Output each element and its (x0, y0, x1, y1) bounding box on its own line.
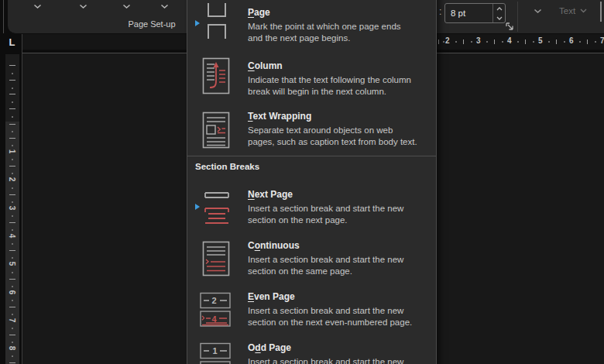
dialog-launcher-button[interactable] (505, 22, 515, 32)
text-dropdown[interactable]: Text (559, 4, 587, 18)
word-window: Page Set-up : 8 pt Text 234567 L 1234567… (0, 0, 604, 364)
ruler-tick (12, 131, 13, 132)
ruler-number: 2 (445, 36, 450, 45)
menu-item-next-page[interactable]: Next Page Insert a section break and sta… (189, 186, 434, 235)
ruler-tick (9, 80, 15, 81)
spinner-up-button[interactable] (493, 4, 505, 13)
ruler-tick (12, 286, 13, 287)
text-wrapping-icon (202, 112, 230, 149)
menu-item-odd-page[interactable]: 1 3 Odd Page Insert a section break and … (189, 339, 434, 364)
chevron-down-icon (580, 9, 587, 13)
menu-item-text-wrapping[interactable]: Text Wrapping Separate text around objec… (189, 105, 434, 155)
menu-item-even-page[interactable]: 2 4 Even Page Insert a section break and… (189, 288, 434, 338)
ruler-tick (9, 279, 15, 280)
menu-item-description: Mark the point at which one page ends an… (248, 21, 434, 44)
menu-item-title: Even Page (248, 290, 434, 304)
menu-item-page[interactable]: Page Mark the point at which one page en… (189, 2, 434, 51)
chevron-down-icon[interactable] (160, 4, 169, 9)
group-separator (517, 2, 518, 32)
ruler-number: 8 (8, 346, 16, 351)
menu-item-description: Indicate that the text following the col… (248, 74, 434, 98)
window-edge (3, 0, 4, 33)
ruler-tick (517, 41, 519, 43)
spinner-down-button[interactable] (493, 13, 505, 22)
ruler-number: 5 (538, 36, 543, 45)
menu-item-description: Insert a section break and start the new… (248, 356, 434, 364)
ruler-tick (12, 73, 13, 74)
ruler-tick (471, 41, 472, 43)
ruler-tick (455, 41, 457, 43)
spacing-value-input[interactable]: 8 pt (444, 3, 506, 23)
ribbon-group-label: Page Set-up (124, 19, 180, 29)
menu-item-title: Odd Page (248, 342, 434, 355)
menu-item-continuous[interactable]: Continuous Insert a section break and st… (189, 237, 434, 287)
ruler-tick (486, 41, 488, 43)
ruler-tick (12, 314, 13, 315)
ruler-number: 2 (8, 177, 16, 182)
page-left-edge (22, 34, 22, 364)
page-break-icon (202, 2, 232, 40)
svg-text:1: 1 (213, 346, 218, 355)
ruler-number: 6 (569, 36, 574, 45)
ruler-tick (12, 101, 13, 103)
ruler-number: 4 (8, 234, 16, 239)
insertion-point-arrow-icon (194, 203, 201, 211)
ruler-tick (9, 124, 15, 125)
ruler-tick (9, 138, 15, 139)
ruler-tick (533, 41, 534, 43)
ruler-tick (12, 145, 13, 146)
ruler-tick (556, 39, 557, 44)
ruler-tick (587, 39, 588, 44)
ruler-tick (12, 355, 13, 357)
partial-label-colon: : (439, 6, 441, 17)
menu-item-description: Insert a section break and start the new… (248, 254, 434, 277)
ruler-tick (12, 300, 13, 301)
ruler-tick (9, 307, 15, 307)
ruler-tick (9, 94, 15, 94)
svg-text:2: 2 (212, 296, 217, 305)
ruler-tick (595, 41, 596, 43)
cropped-control-edge (600, 2, 602, 22)
ruler-number: 3 (8, 205, 16, 210)
ruler-tick (9, 65, 15, 66)
ruler-tick (9, 362, 15, 363)
ruler-number: 6 (8, 290, 16, 294)
ruler-tick (12, 173, 13, 174)
ruler-tick (463, 39, 464, 44)
insertion-point-arrow-icon (194, 19, 201, 27)
menu-item-title: Page (248, 6, 434, 19)
odd-page-break-icon: 1 3 (199, 342, 232, 364)
ruler-tick (548, 41, 550, 43)
ruler-tick (9, 108, 15, 109)
ruler-tick (12, 229, 13, 231)
ruler-number: 3 (476, 36, 481, 45)
text-dropdown-label: Text (559, 6, 575, 15)
menu-item-description: Insert a section break and start the new… (248, 203, 434, 226)
ruler-tick (502, 41, 503, 43)
ruler-tick (494, 39, 495, 44)
ruler-number: 7 (600, 36, 604, 45)
ruler-tick (12, 342, 13, 343)
spinner (492, 4, 505, 22)
svg-text:4: 4 (212, 314, 218, 324)
vertical-ruler-margin[interactable] (5, 54, 19, 122)
chevron-down-icon[interactable] (79, 4, 88, 9)
horizontal-ruler[interactable]: 234567 (430, 34, 604, 50)
ruler-tick (12, 328, 13, 329)
chevron-down-icon[interactable] (122, 4, 131, 9)
ruler-number: 4 (507, 36, 512, 45)
menu-item-description: Separate text around objects on web page… (248, 125, 434, 148)
tab-stop-selector[interactable]: L (5, 35, 19, 50)
ruler-tick (564, 41, 565, 43)
menu-item-column[interactable]: Column Indicate that the text following … (189, 55, 434, 105)
even-page-break-icon: 2 4 (199, 292, 232, 328)
menu-item-title: Text Wrapping (248, 110, 434, 123)
menu-item-title: Column (248, 60, 434, 73)
vertical-ruler[interactable]: 12345678 (5, 122, 19, 364)
chevron-down-icon[interactable] (33, 4, 42, 9)
ruler-tick (525, 39, 526, 44)
ruler-tick (9, 166, 15, 167)
ruler-number: 1 (8, 149, 16, 154)
ruler-tick (12, 159, 13, 160)
chevron-down-icon[interactable] (534, 9, 542, 14)
